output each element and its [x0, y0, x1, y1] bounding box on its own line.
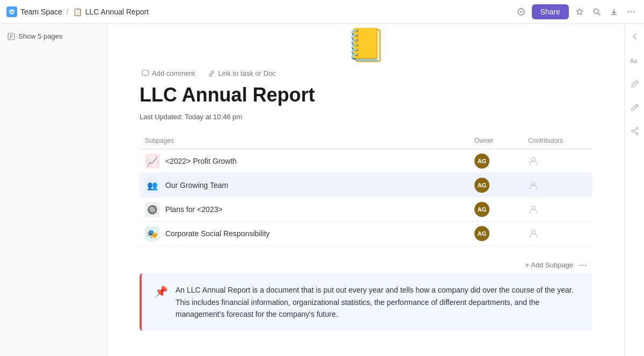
add-comment-label: Add comment [152, 69, 195, 77]
col-header-owner: Owner [469, 134, 523, 149]
subpages-more-button[interactable]: ⋯ [579, 260, 587, 270]
subpage-row: 🔘 Plans for <2023> [145, 202, 464, 217]
doc-content: 📒 Add comment Link to task or Doc LLC An… [107, 24, 625, 356]
subpage-owner-cell: AG [469, 222, 523, 246]
svg-line-23 [634, 132, 636, 133]
svg-point-19 [636, 127, 638, 129]
owner-avatar: AG [474, 202, 489, 217]
sidebar: Show 5 pages [0, 24, 107, 356]
subpage-contributors-cell [523, 149, 592, 173]
subpage-name-cell: 👥 Our Growing Team [140, 173, 469, 198]
doc-breadcrumb-icon: 📋 [73, 8, 82, 16]
svg-point-6 [628, 11, 629, 12]
info-block: 📌 An LLC Annual Report is a document tha… [140, 273, 592, 331]
owner-avatar: AG [474, 154, 489, 169]
subpage-icon: 📈 [145, 154, 160, 169]
main-layout: Show 5 pages 📒 Add comment Link to task … [0, 24, 644, 356]
subpage-icon: 🎭 [145, 226, 160, 241]
subpage-contributors-cell [523, 222, 592, 246]
svg-point-21 [636, 133, 638, 135]
subpage-row: 🎭 Corporate Social Responsibility [145, 226, 464, 241]
subpage-name: Plans for <2023> [165, 205, 223, 214]
doc-cover: 📒 [140, 24, 592, 61]
subpage-row: 📈 <2022> Profit Growth [145, 154, 464, 169]
topbar-actions: Share [515, 4, 638, 19]
svg-line-22 [634, 129, 636, 131]
hide-button[interactable] [515, 5, 528, 18]
subpage-owner-cell: AG [469, 149, 523, 173]
subpage-name-cell: 📈 <2022> Profit Growth [140, 149, 469, 173]
subpage-row: 👥 Our Growing Team [145, 178, 464, 193]
svg-point-8 [633, 11, 634, 12]
table-row[interactable]: 👥 Our Growing Team AG [140, 173, 592, 198]
info-block-text: An LLC Annual Report is a document that … [175, 284, 580, 320]
contributor-icon [528, 227, 541, 240]
subpage-name: <2022> Profit Growth [165, 157, 237, 165]
add-comment-button[interactable]: Add comment [140, 68, 197, 79]
more-options-button[interactable] [625, 5, 638, 18]
subpage-icon: 👥 [145, 178, 160, 193]
link-to-task-label: Link to task or Doc [218, 69, 276, 77]
col-header-subpages: Subpages [140, 134, 469, 149]
subpage-name-cell: 🔘 Plans for <2023> [140, 198, 469, 222]
col-header-contributors: Contributors [523, 134, 592, 149]
share-icon[interactable] [628, 125, 641, 140]
table-row[interactable]: 🎭 Corporate Social Responsibility AG [140, 222, 592, 246]
link-to-task-button[interactable]: Link to task or Doc [206, 68, 278, 79]
search-button[interactable] [590, 5, 603, 18]
breadcrumb: Team Space / 📋 LLC Annual Report [6, 6, 149, 17]
edit-icon-1[interactable] [628, 77, 641, 92]
owner-avatar: AG [474, 178, 489, 193]
subpage-name-cell: 🎭 Corporate Social Responsibility [140, 222, 469, 246]
subpage-icon: 🔘 [145, 202, 160, 217]
subpage-contributors-cell [523, 173, 592, 198]
last-updated: Last Updated: Today at 10:46 pm [140, 113, 592, 121]
subpage-contributors-cell [523, 198, 592, 222]
breadcrumb-separator: / [67, 8, 69, 16]
last-updated-label: Last Updated: [140, 113, 183, 121]
doc-cover-emoji: 📒 [346, 29, 386, 61]
add-subpage-label: + Add Subpage [525, 261, 573, 269]
topbar: Team Space / 📋 LLC Annual Report Share [0, 0, 644, 24]
table-footer: + Add Subpage ⋯ [140, 257, 592, 273]
doc-breadcrumb-label[interactable]: LLC Annual Report [85, 8, 149, 16]
team-space-label[interactable]: Team Space [20, 8, 62, 16]
contributor-icon [528, 179, 541, 192]
favorite-button[interactable] [573, 5, 586, 18]
collapse-right-icon[interactable] [628, 30, 641, 45]
team-space-icon [6, 6, 17, 17]
contributor-icon [528, 155, 541, 168]
subpage-owner-cell: AG [469, 173, 523, 198]
info-block-icon: 📌 [155, 285, 168, 298]
right-panel: Aa [625, 24, 644, 356]
contributor-icon [528, 203, 541, 216]
action-bar: Add comment Link to task or Doc [140, 68, 592, 79]
table-row[interactable]: 🔘 Plans for <2023> AG [140, 198, 592, 222]
download-button[interactable] [608, 5, 620, 18]
subpage-name: Corporate Social Responsibility [165, 229, 270, 238]
owner-avatar: AG [474, 226, 489, 241]
svg-point-20 [632, 130, 634, 132]
subpage-owner-cell: AG [469, 198, 523, 222]
svg-point-7 [631, 11, 632, 12]
subpage-name: Our Growing Team [165, 181, 228, 190]
svg-text:Aa: Aa [630, 58, 637, 64]
table-row[interactable]: 📈 <2022> Profit Growth AG [140, 149, 592, 173]
show-pages-label: Show 5 pages [18, 32, 62, 40]
show-pages-button[interactable]: Show 5 pages [4, 30, 103, 42]
svg-line-18 [635, 105, 637, 107]
edit-icon-2[interactable] [628, 101, 641, 116]
share-button[interactable]: Share [532, 4, 569, 19]
text-size-icon[interactable]: Aa [628, 54, 642, 69]
last-updated-value: Today at 10:46 pm [185, 113, 242, 121]
svg-line-4 [598, 13, 601, 15]
add-subpage-button[interactable]: + Add Subpage [525, 261, 573, 269]
doc-title: LLC Annual Report [140, 83, 592, 106]
subpages-table: Subpages Owner Contributors 📈 <2022> Pro… [140, 134, 592, 246]
